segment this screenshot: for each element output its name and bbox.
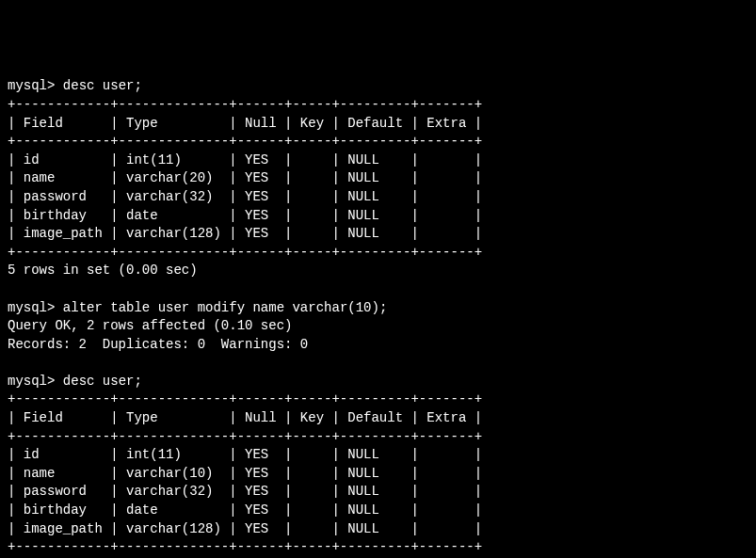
table-row: | birthday | date | YES | | NULL | | [8, 208, 482, 223]
table-row: | image_path | varchar(128) | YES | | NU… [8, 521, 482, 536]
table-border: +------------+--------------+------+----… [8, 97, 482, 112]
table-header: | Field | Type | Null | Key | Default | … [8, 116, 482, 131]
table-border: +------------+--------------+------+----… [8, 245, 482, 260]
table-border: +------------+--------------+------+----… [8, 134, 482, 149]
query-ok-line: Query OK, 2 rows affected (0.10 sec) [8, 318, 292, 333]
mysql-prompt: mysql> [8, 78, 55, 93]
table-row: | id | int(11) | YES | | NULL | | [8, 447, 482, 462]
table-row: | name | varchar(10) | YES | | NULL | | [8, 466, 482, 481]
records-line: Records: 2 Duplicates: 0 Warnings: 0 [8, 337, 308, 352]
table-row: | id | int(11) | YES | | NULL | | [8, 152, 482, 167]
table-border: +------------+--------------+------+----… [8, 429, 482, 444]
table-row: | image_path | varchar(128) | YES | | NU… [8, 226, 482, 241]
table-row: | password | varchar(32) | YES | | NULL … [8, 484, 482, 499]
table-row: | birthday | date | YES | | NULL | | [8, 502, 482, 518]
table-row: | name | varchar(20) | YES | | NULL | | [8, 170, 482, 185]
mysql-prompt: mysql> [8, 300, 55, 315]
terminal-output: mysql> desc user; +------------+--------… [8, 77, 748, 558]
command-desc-user-1: desc user; [63, 78, 142, 93]
command-desc-user-2: desc user; [63, 374, 142, 389]
table-header: | Field | Type | Null | Key | Default | … [8, 410, 482, 425]
table-border: +------------+--------------+------+----… [8, 391, 482, 407]
table-border: +------------+--------------+------+----… [8, 539, 482, 554]
table-row: | password | varchar(32) | YES | | NULL … [8, 189, 482, 204]
result-summary: 5 rows in set (0.00 sec) [8, 263, 198, 278]
mysql-prompt: mysql> [8, 374, 55, 389]
command-alter-table: alter table user modify name varchar(10)… [63, 300, 387, 315]
